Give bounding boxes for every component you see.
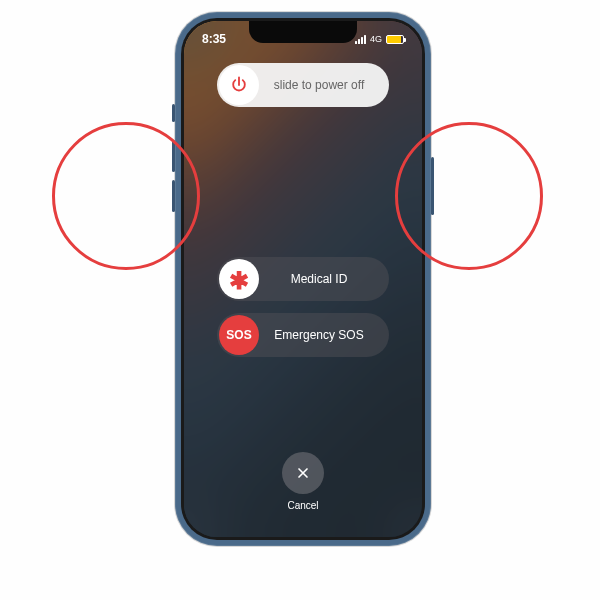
power-off-slider[interactable]: slide to power off	[217, 63, 389, 107]
power-off-knob[interactable]	[219, 65, 259, 105]
mute-switch[interactable]	[172, 104, 175, 122]
asterisk-icon: ✱	[229, 269, 249, 293]
sos-knob[interactable]: SOS	[219, 315, 259, 355]
sos-icon: SOS	[226, 328, 251, 342]
status-time: 8:35	[202, 32, 226, 46]
signal-icon	[355, 35, 366, 44]
medical-id-knob[interactable]: ✱	[219, 259, 259, 299]
power-icon	[229, 75, 249, 95]
iphone-frame: 8:35 4G slide	[175, 12, 431, 546]
annotation-circle-left	[52, 122, 200, 270]
notch	[249, 21, 357, 43]
network-label: 4G	[370, 34, 382, 44]
emergency-sos-slider[interactable]: SOS Emergency SOS	[217, 313, 389, 357]
close-icon	[295, 465, 311, 481]
medical-id-slider[interactable]: ✱ Medical ID	[217, 257, 389, 301]
cancel-button[interactable]	[282, 452, 324, 494]
battery-icon	[386, 35, 404, 44]
power-off-label: slide to power off	[261, 78, 389, 92]
cancel-label: Cancel	[287, 500, 318, 511]
medical-id-label: Medical ID	[261, 272, 389, 286]
emergency-sos-label: Emergency SOS	[261, 328, 389, 342]
screen: 8:35 4G slide	[184, 21, 422, 537]
